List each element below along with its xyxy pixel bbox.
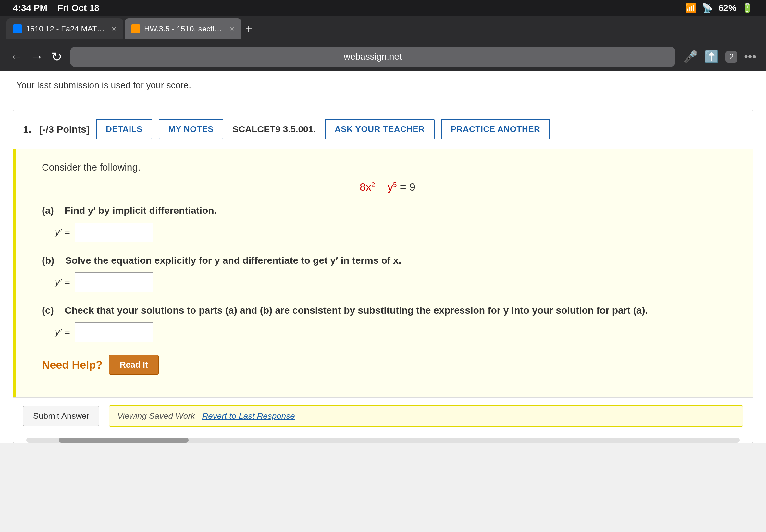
part-c-label: (c) Check that your solutions to parts (… (42, 305, 733, 316)
part-b-instruction: Solve the equation explicitly for y and … (65, 255, 402, 266)
nav-bar: ← → ↻ webassign.net 🎤 ⬆️ 2 ••• (0, 42, 766, 71)
tab-close-1[interactable]: ✕ (111, 25, 117, 33)
new-tab-button[interactable]: + (245, 22, 252, 36)
equation-red-part: 8x2 − y5 (359, 181, 397, 193)
submission-note: Your last submission is used for your sc… (0, 71, 766, 100)
part-b-answer-row: y′ = (55, 272, 733, 292)
problem-number: 1. [-/3 Points] (23, 124, 90, 135)
status-right: 📶 📡 62% 🔋 (685, 3, 753, 13)
forward-button[interactable]: → (30, 49, 43, 64)
date-display: Fri Oct 18 (57, 3, 99, 13)
part-a-label: (a) Find y′ by implicit differentiation. (42, 205, 733, 216)
scrollbar-thumb[interactable] (59, 438, 188, 443)
saved-work-note: Viewing Saved Work Revert to Last Respon… (109, 405, 743, 427)
part-a-input[interactable] (75, 223, 153, 242)
revert-link[interactable]: Revert to Last Response (202, 411, 295, 421)
details-button[interactable]: DETAILS (96, 119, 152, 139)
tab-favicon-1 (13, 24, 22, 33)
tab-bar: 1510 12 - Fa24 MATH 15 ✕ HW.3.5 - 1510, … (0, 16, 766, 42)
status-time: 4:34 PM Fri Oct 18 (13, 3, 99, 13)
problem-num-text: 1. (23, 124, 31, 135)
part-c-instruction: Check that your solutions to parts (a) a… (65, 305, 648, 316)
problem-container: 1. [-/3 Points] DETAILS MY NOTES SCALCET… (13, 110, 753, 443)
saved-work-text: Viewing Saved Work (117, 411, 195, 421)
need-help-label: Need Help? (42, 358, 103, 371)
part-b-input-label: y′ = (55, 277, 70, 288)
wifi-icon: 📶 (685, 3, 697, 13)
part-a-instruction: Find y′ by implicit differentiation. (65, 205, 217, 216)
submission-note-text: Your last submission is used for your sc… (16, 80, 191, 90)
ask-teacher-button[interactable]: ASK YOUR TEACHER (325, 119, 435, 139)
share-icon[interactable]: ⬆️ (704, 50, 719, 64)
tab-label-2: HW.3.5 - 1510, section 12 (144, 24, 225, 33)
signal-icon: 📡 (702, 3, 713, 13)
nav-actions: 🎤 ⬆️ 2 ••• (683, 50, 756, 64)
part-c-letter: (c) (42, 305, 54, 316)
part-a-input-label: y′ = (55, 227, 70, 238)
part-b-letter: (b) (42, 255, 54, 266)
problem-header: 1. [-/3 Points] DETAILS MY NOTES SCALCET… (13, 110, 753, 149)
address-bar[interactable]: webassign.net (70, 47, 675, 67)
points-text: [-/3 Points] (39, 124, 90, 135)
url-display: webassign.net (344, 52, 402, 62)
textbook-reference: SCALCET9 3.5.001. (232, 124, 316, 135)
problem-footer: Submit Answer Viewing Saved Work Revert … (13, 397, 753, 434)
part-c-answer-row: y′ = (55, 322, 733, 342)
scrollbar-track[interactable] (26, 438, 740, 443)
part-c-input-label: y′ = (55, 327, 70, 338)
battery-display: 62% (718, 3, 736, 13)
part-c-input[interactable] (75, 322, 153, 342)
my-notes-button[interactable]: MY NOTES (159, 119, 223, 139)
microphone-icon[interactable]: 🎤 (683, 50, 698, 64)
tab-close-2[interactable]: ✕ (229, 25, 235, 33)
problem-body: Consider the following. 8x2 − y5 = 9 (a)… (13, 149, 753, 397)
time-display: 4:34 PM (13, 3, 47, 13)
tab-1510-math[interactable]: 1510 12 - Fa24 MATH 15 ✕ (6, 18, 123, 39)
page-content: Your last submission is used for your sc… (0, 71, 766, 443)
status-bar: 4:34 PM Fri Oct 18 📶 📡 62% 🔋 (0, 0, 766, 16)
part-b-input[interactable] (75, 272, 153, 292)
equation-display: 8x2 − y5 = 9 (42, 181, 733, 193)
part-b-label: (b) Solve the equation explicitly for y … (42, 255, 733, 266)
reload-button[interactable]: ↻ (51, 49, 62, 64)
back-button[interactable]: ← (10, 49, 23, 64)
read-it-button[interactable]: Read It (109, 355, 159, 375)
part-a-letter: (a) (42, 205, 54, 216)
battery-icon: 🔋 (742, 3, 753, 13)
submit-answer-button[interactable]: Submit Answer (23, 406, 99, 426)
need-help-section: Need Help? Read It (42, 355, 733, 375)
practice-another-button[interactable]: PRACTICE ANOTHER (441, 119, 550, 139)
tab-label-1: 1510 12 - Fa24 MATH 15 (26, 24, 107, 33)
tab-hw35[interactable]: HW.3.5 - 1510, section 12 ✕ (125, 18, 241, 39)
tabs-count-badge[interactable]: 2 (725, 51, 737, 63)
part-a-answer-row: y′ = (55, 223, 733, 242)
consider-text: Consider the following. (42, 162, 733, 173)
tab-favicon-2 (131, 24, 140, 33)
more-options-icon[interactable]: ••• (744, 50, 756, 64)
equation-black-part: = 9 (400, 181, 416, 193)
